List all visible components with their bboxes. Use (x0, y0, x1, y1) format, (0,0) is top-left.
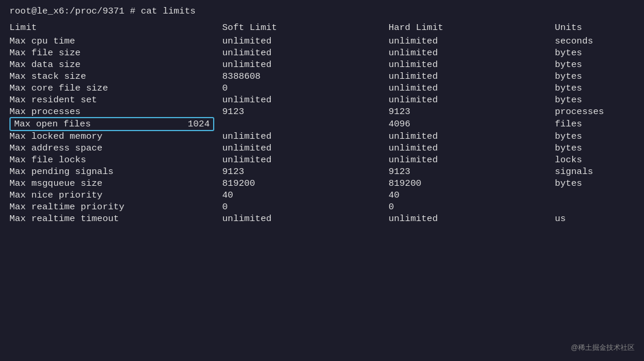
cell-units: seconds (555, 35, 635, 47)
cell-limit: Max data size (9, 59, 223, 71)
watermark: @稀土掘金技术社区 (571, 343, 635, 353)
table-row: Max processes 9123 9123 processes (9, 106, 635, 118)
terminal: root@le_x6:/proc/9371 # cat limits Limit… (0, 0, 644, 361)
table-row: Max stack size 8388608 unlimited bytes (9, 71, 635, 82)
cell-soft: 0 (223, 201, 389, 213)
cell-units (555, 201, 635, 213)
table-row: Max cpu time unlimited unlimited seconds (9, 35, 635, 47)
limits-table: Limit Soft Limit Hard Limit Units Max cp… (9, 22, 635, 225)
cell-units: bytes (555, 131, 635, 142)
cell-hard: unlimited (389, 142, 555, 154)
cell-soft: unlimited (223, 47, 389, 59)
cell-hard: unlimited (389, 35, 555, 47)
table-row: Max pending signals 9123 9123 signals (9, 166, 635, 178)
cell-soft: unlimited (223, 35, 389, 47)
table-row: Max realtime priority 0 0 (9, 201, 635, 213)
cell-units: processes (555, 106, 635, 118)
cell-soft: unlimited (223, 213, 389, 225)
table-row: Max file size unlimited unlimited bytes (9, 47, 635, 59)
cell-limit: Max cpu time (9, 35, 223, 47)
table-row: Max core file size 0 unlimited bytes (9, 82, 635, 94)
cell-units: bytes (555, 142, 635, 154)
table-row: Max locked memory unlimited unlimited by… (9, 131, 635, 142)
cell-limit: Max address space (9, 142, 223, 154)
table-row: Max open files1024 4096 files (9, 118, 635, 131)
cell-hard: unlimited (389, 154, 555, 166)
cell-hard: unlimited (389, 213, 555, 225)
cell-limit: Max core file size (9, 82, 223, 94)
cell-soft: 8388608 (223, 71, 389, 82)
table-row: Max resident set unlimited unlimited byt… (9, 94, 635, 106)
cell-limit-soft: Max open files1024 (9, 118, 389, 131)
cell-units: locks (555, 154, 635, 166)
cell-hard: 40 (389, 189, 555, 201)
cell-soft: unlimited (223, 59, 389, 71)
cell-soft: unlimited (223, 131, 389, 142)
table-row: Max nice priority 40 40 (9, 189, 635, 201)
cell-units: bytes (555, 71, 635, 82)
cell-soft: 40 (223, 189, 389, 201)
cell-units: signals (555, 166, 635, 178)
cell-soft: unlimited (223, 142, 389, 154)
cell-hard: 0 (389, 201, 555, 213)
cell-hard: 9123 (389, 106, 555, 118)
table-row: Max file locks unlimited unlimited locks (9, 154, 635, 166)
cell-soft: unlimited (223, 94, 389, 106)
cell-hard: unlimited (389, 82, 555, 94)
cell-limit: Max realtime timeout (9, 213, 223, 225)
cell-hard: 819200 (389, 178, 555, 189)
cell-hard: unlimited (389, 131, 555, 142)
cell-limit: Max realtime priority (9, 201, 223, 213)
cell-limit: Max pending signals (9, 166, 223, 178)
cell-soft: 9123 (223, 166, 389, 178)
cell-limit: Max msgqueue size (9, 178, 223, 189)
cell-units: bytes (555, 178, 635, 189)
cell-limit: Max file size (9, 47, 223, 59)
cell-hard: unlimited (389, 47, 555, 59)
cell-units (555, 189, 635, 201)
cell-hard: unlimited (389, 59, 555, 71)
header-units: Units (555, 22, 635, 35)
cell-hard: 4096 (389, 118, 555, 131)
table-row: Max address space unlimited unlimited by… (9, 142, 635, 154)
header-limit: Limit (9, 22, 223, 35)
cell-hard: 9123 (389, 166, 555, 178)
cell-soft: 819200 (223, 178, 389, 189)
cell-units: files (555, 118, 635, 131)
cell-hard: unlimited (389, 71, 555, 82)
cell-soft: 9123 (223, 106, 389, 118)
cell-limit: Max locked memory (9, 131, 223, 142)
header-soft: Soft Limit (223, 22, 389, 35)
table-header-row: Limit Soft Limit Hard Limit Units (9, 22, 635, 35)
header-hard: Hard Limit (389, 22, 555, 35)
cell-units: bytes (555, 47, 635, 59)
command-line: root@le_x6:/proc/9371 # cat limits (9, 6, 635, 16)
table-row: Max msgqueue size 819200 819200 bytes (9, 178, 635, 189)
cell-units: bytes (555, 82, 635, 94)
cell-limit: Max stack size (9, 71, 223, 82)
cell-limit: Max nice priority (9, 189, 223, 201)
cell-soft: unlimited (223, 154, 389, 166)
cell-hard: unlimited (389, 94, 555, 106)
cell-limit: Max file locks (9, 154, 223, 166)
cell-soft: 0 (223, 82, 389, 94)
table-row: Max realtime timeout unlimited unlimited… (9, 213, 635, 225)
cell-limit: Max resident set (9, 94, 223, 106)
cell-limit: Max processes (9, 106, 223, 118)
table-row: Max data size unlimited unlimited bytes (9, 59, 635, 71)
cell-units: bytes (555, 59, 635, 71)
cell-units: us (555, 213, 635, 225)
cell-units: bytes (555, 94, 635, 106)
